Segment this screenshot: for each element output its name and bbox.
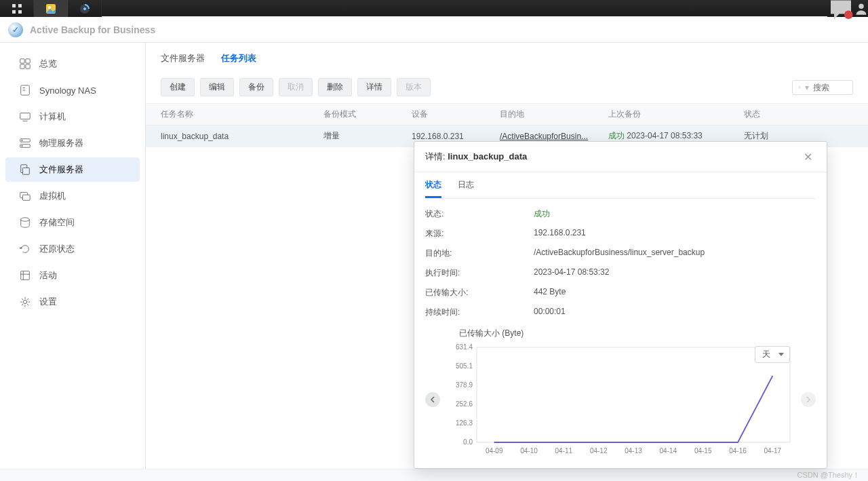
close-icon[interactable]: ✕ bbox=[800, 149, 816, 165]
app-title: Active Backup for Business bbox=[30, 24, 155, 35]
status-ok-label: 成功 bbox=[608, 131, 625, 140]
svg-text:04-12: 04-12 bbox=[590, 447, 608, 455]
svg-text:04-09: 04-09 bbox=[486, 447, 503, 455]
kv-dur-value: 00:00:01 bbox=[534, 307, 816, 318]
kv-source-value: 192.168.0.231 bbox=[534, 228, 816, 239]
svg-text:04-11: 04-11 bbox=[555, 447, 573, 455]
taskbar-apps-icon[interactable] bbox=[0, 0, 34, 17]
sidebar: 总览 Synology NAS 计算机 物理服务器 文件服务器 虚拟机 存储空间 bbox=[0, 43, 146, 469]
app-title-bar: ✓ Active Backup for Business bbox=[0, 17, 868, 43]
sidebar-item-label: 设置 bbox=[39, 296, 57, 308]
details-modal: 详情: linux_backup_data ✕ 状态 日志 状态:成功 来源:1… bbox=[414, 141, 827, 469]
svg-text:378.9: 378.9 bbox=[456, 381, 473, 389]
kv-state-label: 状态: bbox=[425, 208, 534, 220]
taskbar-chat-icon[interactable] bbox=[827, 0, 854, 17]
cell-state: 无计划 bbox=[744, 130, 853, 142]
svg-rect-12 bbox=[20, 64, 24, 69]
col-dest[interactable]: 目的地 bbox=[500, 109, 608, 120]
taskbar-app-photo[interactable] bbox=[34, 0, 68, 17]
sidebar-item-restore-status[interactable]: 还原状态 bbox=[5, 237, 140, 261]
sidebar-item-label: Synology NAS bbox=[39, 85, 96, 96]
search-input[interactable] bbox=[813, 83, 847, 92]
svg-point-22 bbox=[22, 145, 22, 146]
kv-state-value: 成功 bbox=[534, 208, 816, 220]
delete-button[interactable]: 删除 bbox=[318, 78, 352, 96]
sidebar-item-label: 计算机 bbox=[39, 111, 66, 123]
sidebar-item-label: 总览 bbox=[39, 58, 57, 70]
sub-tabs: 文件服务器 任务列表 bbox=[146, 43, 868, 71]
svg-rect-17 bbox=[20, 113, 30, 119]
sidebar-item-physical-server[interactable]: 物理服务器 bbox=[5, 131, 140, 155]
modal-tab-state[interactable]: 状态 bbox=[425, 179, 441, 198]
sidebar-item-label: 存储空间 bbox=[39, 216, 75, 229]
chart-title: 已传输大小 (Byte) bbox=[425, 325, 816, 342]
modal-tab-log[interactable]: 日志 bbox=[458, 179, 474, 198]
sidebar-item-label: 活动 bbox=[39, 269, 57, 282]
svg-point-32 bbox=[799, 86, 801, 88]
sidebar-item-activity[interactable]: 活动 bbox=[5, 263, 140, 288]
chart-prev-button[interactable] bbox=[425, 392, 440, 407]
grid-header: 任务名称 备份模式 设备 目的地 上次备份 状态 bbox=[146, 103, 868, 126]
sidebar-item-label: 还原状态 bbox=[39, 243, 75, 255]
svg-rect-3 bbox=[18, 10, 22, 14]
cell-dest-link[interactable]: /ActiveBackupforBusin... bbox=[500, 132, 608, 141]
edit-button[interactable]: 编辑 bbox=[200, 78, 234, 96]
kv-dur-label: 持续时间: bbox=[425, 307, 534, 318]
gear-icon bbox=[19, 296, 31, 308]
chart-range-dropdown[interactable]: 天 bbox=[755, 346, 790, 363]
sidebar-item-storage[interactable]: 存储空间 bbox=[5, 210, 140, 235]
vm-icon bbox=[19, 190, 31, 202]
watermark: CSDN @Theshy！ bbox=[797, 470, 860, 480]
svg-rect-34 bbox=[477, 347, 790, 442]
storage-icon bbox=[19, 216, 31, 229]
col-last[interactable]: 上次备份 bbox=[608, 109, 744, 120]
chart-next-button bbox=[801, 392, 816, 407]
subtab-task-list[interactable]: 任务列表 bbox=[221, 52, 256, 69]
svg-rect-24 bbox=[22, 168, 29, 174]
col-state[interactable]: 状态 bbox=[744, 109, 853, 120]
sidebar-item-label: 物理服务器 bbox=[39, 137, 83, 149]
last-time: 2023-04-17 08:53:33 bbox=[627, 131, 702, 140]
col-device[interactable]: 设备 bbox=[412, 109, 500, 120]
sidebar-item-label: 虚拟机 bbox=[39, 190, 66, 202]
col-name[interactable]: 任务名称 bbox=[161, 109, 323, 120]
svg-point-8 bbox=[844, 10, 853, 19]
svg-point-5 bbox=[48, 6, 51, 9]
restore-icon bbox=[19, 243, 31, 255]
backup-button[interactable]: 备份 bbox=[239, 78, 273, 96]
svg-text:126.3: 126.3 bbox=[456, 419, 473, 427]
cell-mode: 增量 bbox=[323, 130, 412, 142]
subtab-file-server[interactable]: 文件服务器 bbox=[161, 52, 205, 69]
svg-rect-28 bbox=[21, 271, 30, 280]
sidebar-item-file-server[interactable]: 文件服务器 bbox=[5, 157, 140, 182]
svg-rect-1 bbox=[18, 4, 22, 7]
sidebar-item-overview[interactable]: 总览 bbox=[5, 52, 140, 76]
computer-icon bbox=[19, 111, 31, 123]
taskbar-app-abb[interactable] bbox=[68, 0, 102, 17]
sidebar-item-computer[interactable]: 计算机 bbox=[5, 104, 140, 129]
svg-rect-11 bbox=[26, 59, 30, 63]
taskbar-user-icon[interactable] bbox=[854, 0, 868, 17]
kv-dest-value: /ActiveBackupforBusiness/linux_server_ba… bbox=[534, 248, 816, 259]
search-box[interactable]: ▾ bbox=[792, 80, 853, 95]
details-button[interactable]: 详情 bbox=[357, 78, 391, 96]
sidebar-item-settings[interactable]: 设置 bbox=[5, 290, 140, 314]
svg-text:04-16: 04-16 bbox=[729, 447, 747, 455]
svg-text:04-14: 04-14 bbox=[660, 447, 677, 455]
svg-point-21 bbox=[22, 140, 22, 140]
kv-source-label: 来源: bbox=[425, 228, 534, 239]
kv-size-value: 442 Byte bbox=[534, 287, 816, 299]
version-button: 版本 bbox=[397, 78, 431, 96]
svg-rect-2 bbox=[12, 10, 16, 14]
sidebar-item-virtual-machine[interactable]: 虚拟机 bbox=[5, 184, 140, 208]
app-icon: ✓ bbox=[8, 22, 23, 37]
svg-rect-10 bbox=[20, 59, 24, 63]
sidebar-item-synology-nas[interactable]: Synology NAS bbox=[5, 78, 140, 102]
physical-server-icon bbox=[19, 137, 31, 149]
overview-icon bbox=[19, 58, 31, 70]
kv-dest-label: 目的地: bbox=[425, 248, 534, 259]
cancel-button: 取消 bbox=[279, 78, 313, 96]
chart: 0.0126.3252.6378.9505.1631.404-0904-1004… bbox=[444, 342, 797, 457]
create-button[interactable]: 创建 bbox=[161, 78, 195, 96]
col-mode[interactable]: 备份模式 bbox=[323, 109, 412, 120]
